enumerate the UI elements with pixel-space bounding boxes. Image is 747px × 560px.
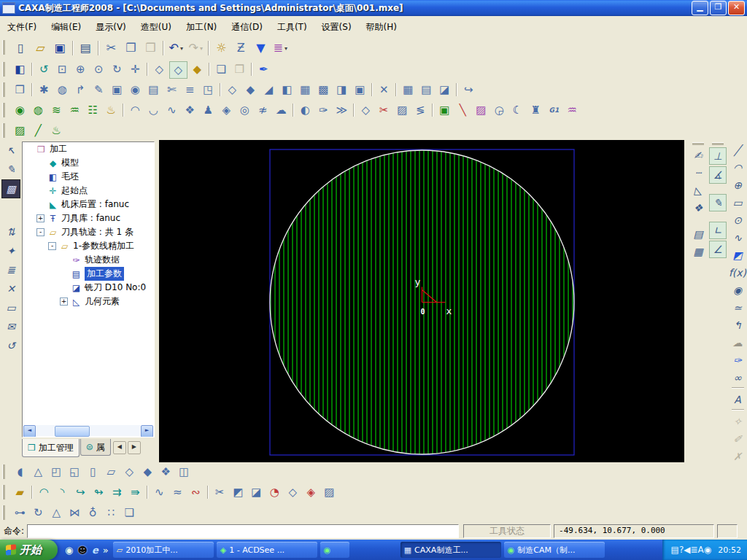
hidden-line-button[interactable]: ◇▾ (169, 61, 187, 79)
regen-button[interactable]: ↺ (2, 337, 20, 354)
chamfer-mill-button[interactable]: ≫▾ (333, 102, 350, 118)
eraser-button[interactable]: ▰▾ (12, 484, 28, 500)
finish-radial-button[interactable]: ≉▾ (255, 102, 271, 118)
minimize-button[interactable]: ▁ (692, 1, 708, 15)
arc-tool[interactable]: ◠ (730, 160, 746, 175)
draft-button[interactable]: ◢▾ (260, 82, 277, 98)
bring-front-button[interactable]: ❏▾ (213, 61, 230, 77)
tab-machining-manager[interactable]: ❒ 加工管理 (22, 439, 80, 457)
pattern-button[interactable]: ▩▾ (315, 82, 332, 98)
task-acdsee[interactable]: ◈ 1 - ACDSee ... (217, 542, 317, 558)
finish-guide-button[interactable]: ❖▾ (182, 102, 198, 118)
curve-fillet-button[interactable]: ◝▾ (54, 484, 71, 500)
loft-cut-button[interactable]: ✄▾ (163, 82, 180, 98)
curve-graph-tool[interactable]: ≃ (730, 300, 746, 315)
delete-button[interactable]: ✕ (2, 280, 20, 298)
quick-launch-browser[interactable]: ◉ (65, 545, 73, 556)
curve-mill-button[interactable]: ◐▾ (297, 102, 314, 118)
menu-tools[interactable]: 工具(T) (270, 18, 314, 36)
strip-handle[interactable] (692, 142, 704, 145)
array-face-button[interactable]: ▦▾ (400, 82, 417, 98)
shaded-button[interactable]: ◆▾ (189, 61, 206, 77)
sweep-cut-button[interactable]: ▤▾ (145, 82, 162, 98)
loft-boss-button[interactable]: ✎▾ (90, 82, 107, 98)
undo-button[interactable]: ↶▾ (167, 39, 185, 57)
quick-launch-ie[interactable]: e (92, 545, 98, 556)
strip-handle[interactable] (712, 142, 724, 145)
translate-button[interactable]: ⊶▾ (12, 505, 28, 521)
crescent-mill-button[interactable]: ☾▾ (509, 102, 526, 118)
sketch-button[interactable]: ❒▾ (12, 82, 28, 98)
rectangle-tool[interactable]: ▭ (730, 195, 746, 210)
spline-edit-button[interactable]: ∿▾ (151, 484, 168, 500)
spline-tool[interactable]: ∿ (730, 230, 746, 245)
surface-flip-button[interactable]: ◈▾ (303, 484, 320, 500)
finish-steep-button[interactable]: ♟▾ (200, 102, 217, 118)
spray-pen-button[interactable]: ✒▾ (255, 61, 272, 77)
remove-face-button[interactable]: ◪▾ (436, 82, 453, 98)
paste-button[interactable]: ❒▾ (142, 39, 160, 57)
quick-launch-more[interactable]: » (103, 545, 109, 556)
measure-button[interactable]: ✦ (2, 242, 20, 260)
surface-rule-button[interactable]: ▱▾ (103, 464, 120, 480)
tree-expander[interactable]: + (60, 298, 68, 306)
engrave-button[interactable]: ◇▾ (357, 102, 374, 118)
grid-array-button[interactable]: ∷▾ (103, 505, 120, 521)
tree-root-machining[interactable]: ❒ 加工 (23, 142, 154, 156)
task-caxa[interactable]: ▦ CAXA制造工... (400, 542, 501, 558)
drill-button[interactable]: ✑▾ (315, 102, 332, 118)
rotate-view-button[interactable]: ↻▾ (109, 61, 125, 77)
hole-feature-button[interactable]: ◧▾ (279, 82, 295, 98)
curve-split-button[interactable]: ⇛▾ (127, 484, 144, 500)
tree-tool-library[interactable]: + Ŧ 刀具库 : fanuc (23, 211, 154, 225)
curve-extend-button[interactable]: ↬▾ (90, 484, 107, 500)
menu-help[interactable]: 帮助(H) (359, 18, 404, 36)
scroll-thumb[interactable] (55, 426, 90, 437)
pen-tool-button[interactable]: ✎ (2, 160, 20, 178)
ellipse-tool[interactable]: ⊙ (730, 212, 746, 228)
chamfer-feature-button[interactable]: ◆▾ (242, 82, 259, 98)
scale-button[interactable]: △▾ (48, 505, 65, 521)
diamond-pick-button[interactable]: ❖ (690, 200, 706, 216)
render-mode-button[interactable]: Ƶ▾ (232, 39, 250, 57)
coord-plane-button[interactable]: ✎ (709, 194, 727, 211)
tray-shield-icon[interactable]: ◉ (704, 545, 711, 555)
spline-smooth-button[interactable]: ∾▾ (187, 484, 204, 500)
toolbar-handle[interactable] (2, 103, 5, 117)
surface-stretch-button[interactable]: ◖▾ (12, 464, 28, 480)
tool-origin-button[interactable]: ♨▾ (48, 122, 65, 139)
redo-button[interactable]: ↷▾ (187, 39, 205, 57)
surface-offset-button[interactable]: ◇▾ (121, 464, 138, 480)
rotate-copy-button[interactable]: ↻▾ (30, 505, 47, 521)
curve-chamfer-button[interactable]: ↪▾ (72, 484, 89, 500)
rough-area-button[interactable]: ◉▾ (12, 102, 28, 118)
plane-button[interactable]: ▭ (2, 299, 20, 316)
tree-start-point[interactable]: ✛ 起始点 (23, 184, 154, 198)
tree-expander[interactable]: - (36, 228, 44, 236)
extrude-boss-button[interactable]: ✱▾ (36, 82, 53, 98)
toolbar-handle[interactable] (2, 62, 5, 77)
task-2010-folder[interactable]: ▱ 2010加工中... (113, 542, 214, 558)
coord-angle-button[interactable]: ∡ (709, 166, 727, 184)
task-shield[interactable]: ◉ (320, 542, 349, 558)
orbit-button[interactable]: ↺▾ (36, 61, 53, 77)
surface-sew-button[interactable]: ◇▾ (285, 484, 301, 500)
trace-cut-button[interactable]: ✂▾ (376, 102, 392, 118)
pocket-2d-button[interactable]: ▣▾ (436, 102, 453, 118)
formula-curve-tool[interactable]: f(x) (730, 265, 746, 280)
polygon-tool[interactable]: ◉ (730, 282, 746, 298)
print-button[interactable]: ▤▾ (77, 39, 95, 57)
finish-contour-button[interactable]: ◠▾ (127, 102, 144, 118)
zoom-in-button[interactable]: ⊕▾ (72, 61, 89, 77)
tree-mill-tool[interactable]: ◪ 铣刀 D10 No:0 (23, 281, 154, 295)
rough-scan-button[interactable]: ☷▾ (85, 102, 101, 118)
scroll-left-button[interactable]: ◄ (23, 425, 36, 438)
message-button[interactable]: ✉ (2, 318, 20, 335)
post-process-button[interactable]: ♜▾ (527, 102, 544, 118)
dimension-ruler-button[interactable]: ┄ (690, 165, 706, 181)
hatch-display-button[interactable]: ▨▾ (12, 122, 28, 139)
tab-next-button[interactable]: ▶ (128, 441, 141, 454)
surface-extend-button[interactable]: ◔▾ (266, 484, 283, 500)
toolbar-handle[interactable] (2, 123, 5, 138)
slope-mill-button[interactable]: ╲▾ (454, 102, 471, 118)
